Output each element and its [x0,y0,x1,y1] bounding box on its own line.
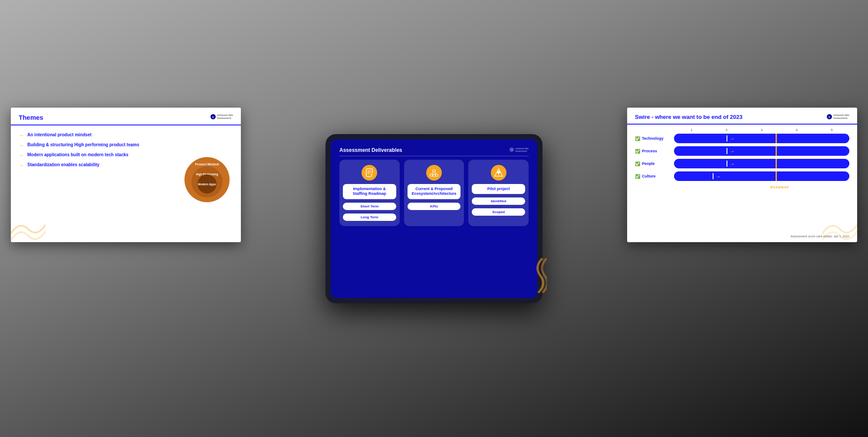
deliverable-icon-3 [491,165,506,181]
roadmap-label-text: ROADMAP [770,186,789,189]
tablet-frame: Assessment Deliverables compoze labs Ass… [326,134,542,303]
culture-bar-arrow: → [716,174,720,179]
theme-text-3: Modern applications built on modern tech… [27,152,128,158]
technology-orange-line [776,134,777,143]
right-brand-text: compoze labs Assessment [833,114,849,120]
tablet-brand-circle [510,148,514,152]
technology-bar-container: → [674,134,849,143]
tablet-brand: compoze labs Assessment [510,147,529,152]
roadmap-row-culture: ✅ Culture → ROADMAP [635,171,849,181]
check-icon-culture: ✅ [635,174,640,179]
technology-bar-arrow: → [730,136,734,141]
architecture-icon [429,168,439,177]
technology-bar: → [674,134,849,143]
deliverable-title-2: Current & Proposed Ecosystem/Architectur… [408,184,461,199]
roadmap-label-people: ✅ People [635,161,674,166]
theme-item-4: → Standardization enables scalability [19,162,172,168]
roadmap-label-technology: ✅ Technology [635,136,674,141]
culture-orange-line [776,171,777,181]
tablet-screen: Assessment Deliverables compoze labs Ass… [331,139,537,298]
deliverable-tag-2a: KPIs [408,203,461,210]
svg-point-21 [497,171,500,174]
process-orange-line [776,146,777,156]
roadmap-num-3: 3 [744,128,779,132]
right-slide-title: Swire - where we want to be end of 2023 [635,114,743,120]
deliverable-card-1: Implementation & Staffing Roadmap Short … [339,160,400,226]
staffing-icon [365,168,374,177]
theme-item-1: → An intentional product mindset [19,132,172,138]
tablet-title: Assessment Deliverables [339,147,402,153]
roadmap-num-2: 2 [709,128,744,132]
svg-text:Modern Apps: Modern Apps [198,183,216,186]
svg-rect-17 [433,170,435,172]
roadmap-num-5: 5 [814,128,849,132]
roadmap-num-4: 4 [779,128,814,132]
process-bar-divider [727,148,727,154]
right-wave-decoration [822,216,857,242]
roadmap-label-culture: ✅ Culture [635,174,674,179]
svg-text:Product Mindset: Product Mindset [195,163,220,166]
arrow-icon-4: → [19,162,24,168]
culture-bar-container: → ROADMAP [674,171,849,181]
svg-rect-14 [430,174,433,176]
technology-bar-divider [727,135,727,141]
arrow-icon-1: → [19,132,24,138]
process-bar: → [674,146,849,156]
deliverable-tag-3b: Scoped [472,208,525,216]
circles-diagram: Product Mindset High Performing Teams Mo… [181,130,233,230]
roadmap-grid: 1 2 3 4 5 ✅ Technology → ✅ Pr [627,125,857,187]
tablet-wave-svg [529,258,537,293]
deliverable-tag-1b: Long Term [343,214,396,221]
deliverables-grid: Implementation & Staffing Roadmap Short … [339,160,529,226]
tablet-brand-text: compoze labs Assessment [515,147,529,152]
deliverable-tag-1a: Short Term [343,203,396,210]
roadmap-numbers: 1 2 3 4 5 [674,128,849,132]
right-slide-header: Swire - where we want to be end of 2023 … [627,108,857,125]
themes-list: → An intentional product mindset → Build… [19,130,172,230]
roadmap-row-technology: ✅ Technology → [635,134,849,143]
roadmap-label-process: ✅ Process [635,149,674,154]
roadmap-row-process: ✅ Process → [635,146,849,156]
deliverable-tag-3a: Identified [472,197,525,205]
theme-item-3: → Modern applications built on modern te… [19,152,172,158]
tablet-wave-decoration [529,258,537,295]
check-icon-process: ✅ [635,149,640,154]
theme-text-4: Standardization enables scalability [27,162,99,168]
roadmap-row-people: ✅ People → [635,159,849,168]
svg-line-19 [434,172,437,174]
brand-text: compoze labs Assessment [217,114,233,120]
people-bar: → [674,159,849,168]
left-slide: Themes compoze labs Assessment → An inte… [11,108,241,242]
roadmap-num-1: 1 [674,128,709,132]
people-bar-divider [727,161,727,167]
check-icon-technology: ✅ [635,136,640,141]
svg-rect-16 [435,174,438,176]
svg-line-18 [431,172,434,174]
right-brand-logo: compoze labs Assessment [827,114,849,120]
culture-bar-divider [713,173,713,179]
deliverable-title-1: Implementation & Staffing Roadmap [343,184,396,199]
arrow-icon-2: → [19,142,24,148]
tablet-header: Assessment Deliverables compoze labs Ass… [339,147,529,156]
svg-rect-15 [433,174,435,176]
deliverable-title-3: Pilot project [472,184,525,194]
process-bar-arrow: → [730,149,734,154]
deliverable-icon-1 [362,165,377,181]
theme-text-1: An intentional product mindset [27,132,92,138]
right-brand-circle [827,114,832,119]
check-icon-people: ✅ [635,161,640,166]
deliverable-card-3: Pilot project Identified Scoped [468,160,529,226]
pilot-icon [494,168,503,177]
arrow-icon-3: → [19,152,24,158]
deliverable-icon-2 [426,165,442,181]
people-orange-line [776,159,777,168]
wave-decoration-left [11,216,46,242]
right-slide: Swire - where we want to be end of 2023 … [627,108,857,242]
left-brand-logo: compoze labs Assessment [210,114,233,120]
deliverable-card-2: Current & Proposed Ecosystem/Architectur… [404,160,464,226]
brand-circle [210,114,216,119]
people-bar-arrow: → [730,161,734,166]
concentric-circles-svg: Product Mindset High Performing Teams Mo… [183,156,231,204]
theme-text-2: Building & structuring High performing p… [27,142,139,148]
theme-item-2: → Building & structuring High performing… [19,142,172,148]
